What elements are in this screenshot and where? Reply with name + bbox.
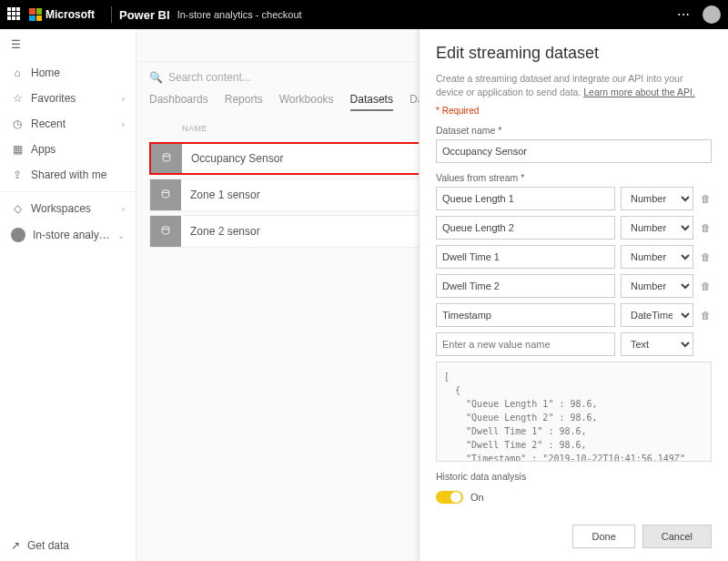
nav-home[interactable]: ⌂Home bbox=[0, 60, 136, 86]
avatar[interactable] bbox=[703, 5, 721, 24]
nav-shared[interactable]: ⇪Shared with me bbox=[0, 162, 136, 188]
nav-current-workspace[interactable]: In-store analytics -…⌄ bbox=[0, 221, 136, 249]
svg-point-2 bbox=[162, 227, 169, 230]
delete-icon[interactable]: 🗑 bbox=[699, 222, 712, 233]
panel-title: Edit streaming dataset bbox=[436, 44, 712, 63]
microsoft-label: Microsoft bbox=[46, 8, 95, 21]
dataset-icon bbox=[150, 179, 181, 210]
delete-icon[interactable]: 🗑 bbox=[699, 280, 712, 291]
chevron-right-icon: › bbox=[122, 204, 125, 214]
search-icon: 🔍 bbox=[149, 71, 163, 84]
historic-label: Historic data analysis bbox=[436, 471, 712, 482]
stream-value-type-select[interactable]: Number bbox=[621, 245, 693, 269]
values-from-stream-label: Values from stream * bbox=[436, 172, 712, 183]
dataset-icon bbox=[151, 144, 182, 173]
share-icon: ⇪ bbox=[11, 168, 24, 181]
chevron-right-icon: › bbox=[122, 94, 125, 104]
stream-value-row: Number 🗑 bbox=[436, 187, 712, 210]
tab-reports[interactable]: Reports bbox=[225, 93, 263, 111]
workspace-badge-icon bbox=[11, 228, 25, 242]
dataset-name-label: Dataset name * bbox=[436, 125, 712, 136]
nav-favorites[interactable]: ☆Favorites› bbox=[0, 86, 136, 111]
nav-label: Home bbox=[31, 66, 60, 79]
nav-label: Workspaces bbox=[31, 202, 91, 215]
cancel-button[interactable]: Cancel bbox=[642, 525, 712, 548]
stream-value-row: DateTime 🗑 bbox=[436, 303, 712, 327]
top-bar: Microsoft Power BI In-store analytics - … bbox=[0, 0, 728, 29]
topbar-divider bbox=[111, 6, 112, 23]
nav-label: Get data bbox=[27, 539, 69, 552]
stream-value-row: Number 🗑 bbox=[436, 216, 712, 240]
panel-description: Create a streaming dataset and integrate… bbox=[436, 72, 712, 98]
nav-recent[interactable]: ◷Recent› bbox=[0, 111, 136, 137]
chevron-down-icon: ⌄ bbox=[117, 230, 125, 240]
tab-workbooks[interactable]: Workbooks bbox=[279, 93, 334, 111]
stream-value-name-input[interactable] bbox=[436, 303, 615, 327]
dataset-icon bbox=[150, 216, 181, 247]
stream-value-row: Number 🗑 bbox=[436, 274, 712, 298]
stream-value-row: Number 🗑 bbox=[436, 245, 712, 269]
new-value-type-select[interactable]: Text bbox=[621, 332, 693, 356]
new-stream-value-row: Text 🗑 bbox=[436, 332, 712, 356]
search-placeholder: Search content... bbox=[168, 71, 251, 84]
edit-streaming-dataset-panel: Edit streaming dataset Create a streamin… bbox=[419, 29, 728, 561]
nav-label: Favorites bbox=[31, 92, 76, 105]
left-nav: ☰ ⌂Home ☆Favorites› ◷Recent› ▦Apps ⇪Shar… bbox=[0, 29, 136, 561]
nav-label: Shared with me bbox=[31, 168, 106, 181]
dataset-name-input[interactable] bbox=[436, 139, 712, 163]
tab-datasets[interactable]: Datasets bbox=[350, 93, 393, 111]
tab-dashboards[interactable]: Dashboards bbox=[149, 93, 208, 111]
delete-icon[interactable]: 🗑 bbox=[699, 251, 712, 262]
stream-value-type-select[interactable]: Number bbox=[621, 187, 693, 210]
historic-toggle[interactable] bbox=[436, 491, 463, 504]
clock-icon: ◷ bbox=[11, 117, 24, 130]
stream-value-type-select[interactable]: DateTime bbox=[621, 303, 693, 327]
app-launcher-icon[interactable] bbox=[7, 7, 22, 22]
workspace-subtitle: In-store analytics - checkout bbox=[177, 9, 302, 20]
stream-value-type-select[interactable]: Number bbox=[621, 274, 693, 298]
nav-label: Apps bbox=[31, 143, 56, 156]
apps-icon: ▦ bbox=[11, 143, 24, 156]
learn-more-link[interactable]: Learn more about the API. bbox=[583, 87, 695, 97]
stream-value-type-select[interactable]: Number bbox=[621, 216, 693, 240]
nav-label: In-store analytics -… bbox=[33, 229, 110, 241]
nav-workspaces[interactable]: ◇Workspaces› bbox=[0, 196, 136, 221]
star-icon: ☆ bbox=[11, 92, 24, 105]
more-icon[interactable]: ⋯ bbox=[677, 7, 692, 22]
chevron-right-icon: › bbox=[122, 119, 125, 129]
toggle-state: On bbox=[470, 492, 484, 503]
workspace-icon: ◇ bbox=[11, 202, 24, 215]
nav-apps[interactable]: ▦Apps bbox=[0, 137, 136, 162]
done-button[interactable]: Done bbox=[572, 525, 634, 548]
home-icon: ⌂ bbox=[11, 66, 24, 79]
stream-value-name-input[interactable] bbox=[436, 245, 615, 269]
stream-value-name-input[interactable] bbox=[436, 187, 615, 210]
hamburger-icon[interactable]: ☰ bbox=[0, 29, 136, 60]
stream-value-name-input[interactable] bbox=[436, 216, 615, 240]
microsoft-squares-icon bbox=[29, 8, 42, 21]
new-value-name-input[interactable] bbox=[436, 332, 615, 356]
delete-icon[interactable]: 🗑 bbox=[699, 193, 712, 204]
svg-point-1 bbox=[162, 190, 169, 193]
svg-point-0 bbox=[163, 154, 170, 157]
stream-value-name-input[interactable] bbox=[436, 274, 615, 298]
brand-label: Power BI bbox=[119, 8, 170, 22]
download-icon: ↗ bbox=[11, 539, 20, 552]
nav-get-data[interactable]: ↗Get data bbox=[0, 530, 136, 561]
nav-label: Recent bbox=[31, 117, 66, 130]
sample-payload: [ { "Queue Length 1" : 98.6, "Queue Leng… bbox=[436, 362, 712, 462]
required-note: * Required bbox=[436, 106, 712, 116]
microsoft-logo: Microsoft bbox=[29, 8, 95, 21]
delete-icon[interactable]: 🗑 bbox=[699, 310, 712, 321]
